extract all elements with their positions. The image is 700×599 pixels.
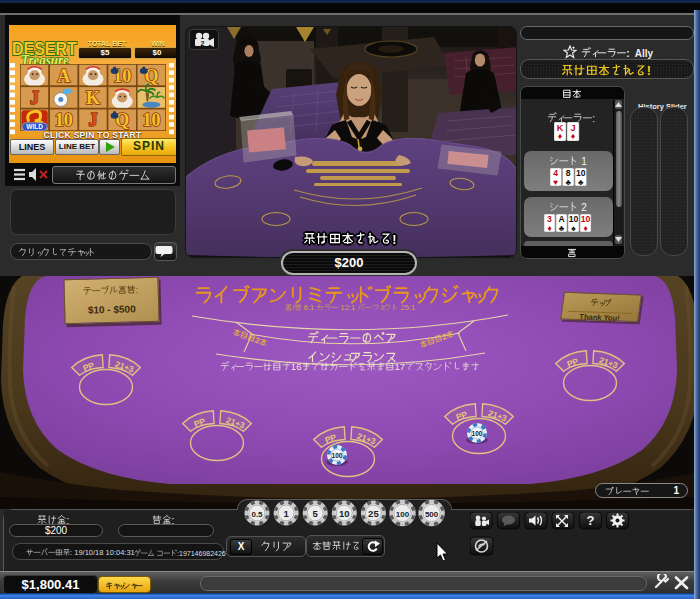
svg-text:2: 2 [201,40,205,47]
svg-text:10: 10 [339,508,350,519]
svg-text:!: ! [392,232,396,247]
svg-text:♠: ♠ [571,224,576,232]
svg-text:6:1: 6:1 [302,303,317,312]
svg-text:5: 5 [313,508,319,519]
svg-text:♦: ♦ [571,131,576,141]
svg-text:500: 500 [425,510,439,519]
svg-text:♥: ♥ [553,178,558,186]
svg-text:100: 100 [472,430,483,437]
svg-text:1: 1 [578,156,587,167]
svg-text:♣: ♣ [559,224,565,232]
svg-text::: : [135,285,138,295]
svg-text:?: ? [587,513,595,528]
svg-text:100: 100 [396,510,410,519]
svg-text:16: 16 [291,361,302,372]
svg-text:25:1: 25:1 [398,303,415,312]
svg-text:2: 2 [578,202,587,213]
svg-text:♦: ♦ [583,224,587,232]
svg-text:/: / [292,303,295,312]
svg-text:♦: ♦ [558,131,563,141]
svg-text:0.5: 0.5 [251,510,263,519]
svg-text:♣: ♣ [578,178,584,186]
svg-text:25: 25 [368,508,379,519]
svg-text:100: 100 [332,452,343,459]
svg-text:!: ! [647,64,651,78]
svg-text:1: 1 [283,508,289,519]
svg-text:12:1: 12:1 [338,303,357,312]
svg-text:♣: ♣ [566,178,572,186]
svg-text:2: 2 [254,336,262,346]
svg-text:♦: ♦ [547,224,551,232]
svg-text::197146982426: :197146982426 [177,549,226,556]
svg-text:: Ally: : Ally [626,48,653,59]
svg-text:: 19/10/18 10:04:31: : 19/10/18 10:04:31 [70,548,135,557]
svg-text::: : [592,113,595,124]
svg-text:17: 17 [395,361,406,372]
